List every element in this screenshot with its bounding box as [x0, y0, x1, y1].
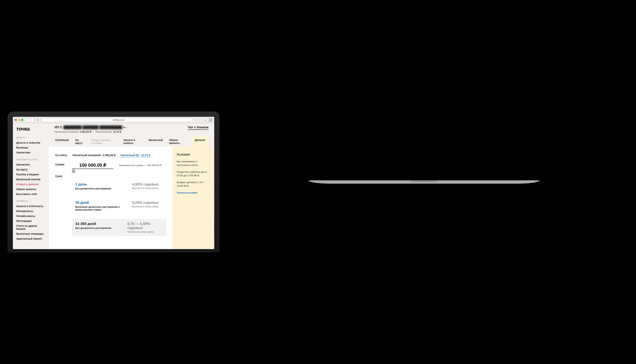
forward-button[interactable]: ›: [29, 118, 34, 122]
sidebar-item[interactable]: Валютные операции: [16, 231, 45, 236]
sidebar-item[interactable]: Платёж в бюджет: [16, 172, 45, 177]
sidebar-item[interactable]: Аналитика: [16, 150, 45, 155]
conditions-panel: Условия Без пополнения и частичного снят…: [172, 147, 214, 249]
term-option[interactable]: 45 днейВозможно досрочное расторжение с …: [72, 198, 166, 214]
sidebar-item[interactable]: Зарплатный проект: [16, 236, 45, 241]
sidebar-item[interactable]: Выписка: [16, 145, 45, 150]
sidebar-item[interactable]: Открыть депозит: [16, 182, 45, 187]
tab[interactable]: Валютный: [148, 136, 163, 147]
sidebar-item[interactable]: Онлайн-кассы: [16, 214, 45, 218]
tabs-icon[interactable]: ⧉: [203, 118, 207, 122]
balance-item: Расчетный ($) 12,75 $: [96, 130, 121, 133]
tab[interactable]: Обмен валюты: [168, 136, 187, 147]
sidebar-toggle-icon[interactable]: ▦: [35, 118, 40, 122]
conditions-p2: Открытие в рабочие дни с 07:00 до 17:00 …: [177, 170, 210, 178]
term-option[interactable]: 1 деньБез досрочного расторжения4,50% го…: [72, 180, 166, 192]
conditions-p3: Возврат депозита 7:00 — 10:00 МСК.: [177, 180, 210, 188]
camera-icon: [113, 114, 114, 116]
browser-chrome: ‹ › ▦ tochka.com ⟳ ⇪ ⧉ +: [13, 117, 214, 123]
zoom-window-icon[interactable]: [21, 119, 23, 121]
user-name-dropdown[interactable]: ИП С ████████ ███████ ██████████ ч ▾: [55, 126, 127, 129]
address-bar[interactable]: tochka.com ⟳: [42, 118, 196, 122]
sidebar-section-head: ПЛАТЕЖИ И СЧЕТА: [16, 158, 45, 161]
account-option[interactable]: Расчетный основной - 2 981,03 ₽: [72, 153, 116, 157]
sidebar-item[interactable]: Интеграция: [16, 218, 45, 224]
new-tab-button[interactable]: +: [208, 118, 212, 122]
amount-input[interactable]: 100 000.00 ₽: [72, 162, 114, 169]
amount-label: Сумма:: [55, 162, 69, 166]
minimize-window-icon[interactable]: [18, 119, 20, 121]
sidebar-item[interactable]: Обмен валюты: [16, 187, 45, 192]
close-window-icon[interactable]: [15, 119, 17, 121]
sidebar-item[interactable]: Счета из других банков: [16, 224, 45, 231]
from-account-label: Со счёта:: [55, 153, 69, 157]
conditions-p1: Без пополнения и частичного снятия.: [177, 160, 210, 167]
chevron-down-icon: ▾: [126, 126, 127, 128]
sidebar-item[interactable]: Заплатить: [16, 162, 45, 167]
sidebar-item[interactable]: Валютный платёж: [16, 177, 45, 182]
sidebar-item[interactable]: На карту: [16, 167, 45, 172]
sidebar-section-head: ДЕНЬГИ: [16, 136, 45, 139]
balance-item: Расчетный основной 2 981,03 ₽: [55, 130, 91, 133]
deposit-form: Со счёта: Расчетный основной - 2 981,03 …: [49, 147, 172, 249]
back-button[interactable]: ‹: [25, 118, 29, 122]
tab[interactable]: Депозит: [192, 136, 208, 147]
sidebar-item[interactable]: Налоги и отчётность: [16, 204, 45, 209]
sidebar-item[interactable]: Деньги и события: [16, 140, 45, 145]
share-icon[interactable]: ⇪: [197, 118, 201, 122]
full-conditions-link[interactable]: Полные условия: [177, 191, 210, 195]
sidebar: точка ДЕНЬГИДеньги и событияВыпискаАнали…: [13, 123, 49, 249]
url-text: tochka.com: [113, 119, 124, 121]
tab[interactable]: Рублёвый: [55, 136, 69, 147]
conditions-title: Условия: [177, 152, 210, 157]
tab: Между своими счетами: [90, 136, 118, 147]
chat-with-bank-link[interactable]: Чат с банком: [188, 126, 208, 130]
topbar: ИП С ████████ ███████ ██████████ ч ▾ Рас…: [49, 123, 214, 136]
term-option[interactable]: 31-365 днейБез досрочного расторжения5,7…: [72, 219, 166, 236]
account-option[interactable]: Расчетный ($) - 12,75 $: [120, 153, 151, 157]
logo: точка: [16, 126, 45, 132]
sidebar-section-head: СЕРВИСЫ: [16, 200, 45, 202]
min-amount-note: Минимальная сумма — 100 000,00 ₽: [119, 162, 161, 167]
tab[interactable]: Налоги и взносы: [123, 136, 143, 147]
tabs: РублёвыйНа картуМежду своими счетамиНало…: [49, 136, 214, 147]
slider-handle-icon[interactable]: [72, 169, 75, 173]
sidebar-item[interactable]: Выставить счёт: [16, 192, 45, 196]
sidebar-item[interactable]: Контрагенты: [16, 209, 45, 214]
term-label: Срок:: [55, 174, 69, 178]
reload-icon[interactable]: ⟳: [192, 119, 194, 121]
tab[interactable]: На карту: [74, 136, 85, 147]
